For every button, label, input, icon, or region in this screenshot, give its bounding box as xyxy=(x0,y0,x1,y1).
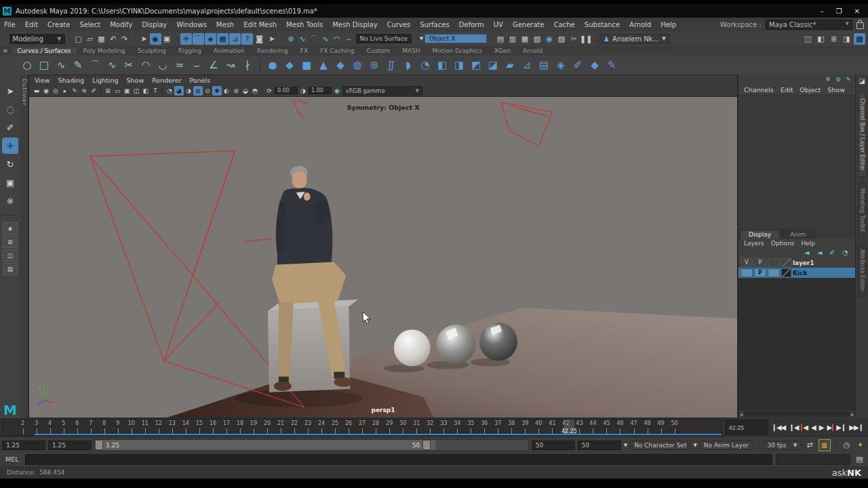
safe-title-icon[interactable]: T xyxy=(151,86,160,96)
render-shaderball-icon[interactable]: ◉ xyxy=(544,33,555,45)
step-forward-frame-button[interactable]: ▶❙ xyxy=(835,424,846,431)
outliner-tab-label[interactable]: Outliner xyxy=(21,79,27,106)
shelf-tab-xgen[interactable]: XGen xyxy=(489,47,516,54)
menu-create[interactable]: Create xyxy=(47,21,70,28)
shelf-tab-fx[interactable]: FX xyxy=(295,47,313,54)
highlight-selection-icon[interactable]: ➤ xyxy=(266,33,277,45)
panel-menu-lighting[interactable]: Lighting xyxy=(92,77,118,84)
last-tool-used[interactable]: ※ xyxy=(2,192,18,209)
anim-layer-dropdown[interactable]: No Anim Layer xyxy=(700,441,753,450)
undo-icon[interactable]: ↶ xyxy=(107,33,119,45)
motion-blur-icon[interactable]: ◐ xyxy=(222,86,231,96)
range-end-handle[interactable] xyxy=(422,440,431,450)
save-scene-icon[interactable]: ▦ xyxy=(96,33,107,45)
hscroll-track[interactable] xyxy=(744,411,850,417)
layer-color-swatch[interactable] xyxy=(781,268,791,277)
nurbs-circle-icon[interactable]: ○ xyxy=(19,57,35,73)
bookmark-icon[interactable]: ▸ xyxy=(60,86,70,96)
timeline-ruler[interactable]: 2345678910111213141516171819202122232425… xyxy=(1,419,722,436)
detach-curves-icon[interactable]: ◡ xyxy=(155,57,171,73)
nurbs-square-icon[interactable]: □ xyxy=(36,57,52,73)
grip-icon[interactable]: ⁞ xyxy=(595,35,597,43)
panel-menu-view[interactable]: View xyxy=(35,77,50,84)
account-chip[interactable]: ♟ Anselem Nk... ▼ xyxy=(599,34,670,44)
pause-viewport-icon[interactable]: ❚❚ xyxy=(580,33,592,45)
move-tool[interactable]: ✛ xyxy=(2,138,18,154)
menu-set-dropdown[interactable]: Modeling ▼ xyxy=(9,34,65,44)
menu-help[interactable]: Help xyxy=(660,21,676,28)
attach-curves-icon[interactable]: ◠ xyxy=(138,57,154,73)
shelf-tab-sculpting[interactable]: Sculpting xyxy=(132,47,172,54)
insert-knot-icon[interactable]: ∤ xyxy=(239,57,256,73)
exposure-icon[interactable]: ⟳ xyxy=(264,86,274,96)
surface-history-icon[interactable]: ◠ xyxy=(332,33,343,45)
chevron-down-icon[interactable]: ▼ xyxy=(693,443,696,448)
chevron-down-icon[interactable]: ▼ xyxy=(624,443,627,448)
menu-edit-mesh[interactable]: Edit Mesh xyxy=(243,21,277,28)
four-pane-layout-button[interactable]: ⊞ xyxy=(3,236,18,248)
nurbs-cube-icon[interactable]: ◆ xyxy=(281,57,298,73)
script-editor-icon[interactable]: ▤ xyxy=(854,453,865,465)
workspace-lock-icon[interactable] xyxy=(856,22,864,29)
greasepencil-icon[interactable]: ✐ xyxy=(89,86,98,96)
channel-menu-object[interactable]: Object xyxy=(800,86,821,94)
shelf-tab-animation[interactable]: Animation xyxy=(208,47,250,54)
playback-start-field[interactable]: 1.25 xyxy=(48,441,92,450)
shelf-tab-rigging[interactable]: Rigging xyxy=(173,47,207,54)
grip-icon[interactable]: ⁞ xyxy=(490,35,492,43)
toggle-character-controls-icon[interactable]: ◧ xyxy=(815,33,827,45)
use-all-lights-icon[interactable]: ◍ xyxy=(193,86,203,96)
make-live-icon[interactable]: ? xyxy=(241,33,253,45)
birail-icon[interactable]: ◧ xyxy=(434,57,450,73)
manipulator-link-icon[interactable]: ※ xyxy=(824,75,832,83)
scroll-right-icon[interactable]: ▸ xyxy=(851,411,854,418)
playback-end-field[interactable]: 50 xyxy=(532,441,575,450)
textured-icon[interactable]: ◑ xyxy=(184,86,193,96)
snap-curve-icon[interactable]: ⌒ xyxy=(193,33,204,45)
scale-tool[interactable]: ▣ xyxy=(2,174,18,190)
stitch-icon[interactable]: ◆ xyxy=(587,57,603,73)
nurbs-torus-icon[interactable]: ◍ xyxy=(349,57,366,73)
menu-mesh[interactable]: Mesh xyxy=(216,21,234,28)
menu-display[interactable]: Display xyxy=(142,21,167,28)
minimize-button[interactable]: – xyxy=(821,7,824,15)
menu-generate[interactable]: Generate xyxy=(513,21,545,28)
layer-list-empty-area[interactable] xyxy=(738,278,855,409)
maximize-button[interactable]: ❐ xyxy=(836,7,842,15)
isolate-select-icon[interactable]: ◓ xyxy=(250,86,260,96)
field-chart-icon[interactable]: ◧ xyxy=(141,86,151,96)
planar-icon[interactable]: ◗ xyxy=(400,57,416,73)
menu-file[interactable]: File xyxy=(4,21,16,28)
two-pane-layout-button[interactable]: ◫ xyxy=(3,249,18,262)
grid-toggle-icon[interactable]: ⊞ xyxy=(103,86,113,96)
revolve-icon[interactable]: ⊛ xyxy=(366,57,382,73)
menu-cache[interactable]: Cache xyxy=(554,21,575,28)
layer-menu-help[interactable]: Help xyxy=(802,240,816,247)
move-layer-up-icon[interactable]: ◄ xyxy=(802,248,811,256)
step-back-frame-button[interactable]: ❙◀ xyxy=(788,424,799,431)
grip-icon[interactable]: ⁞ xyxy=(281,35,282,43)
grip-icon[interactable]: ⁞ xyxy=(134,35,135,43)
panel-menu-show[interactable]: Show xyxy=(127,77,144,84)
paint-select-tool[interactable]: ✐ xyxy=(2,119,18,136)
untrim-icon[interactable]: ▤ xyxy=(536,57,552,73)
right-tab-channel-box-layer-editor[interactable]: Channel Box / Layer Editor xyxy=(858,92,867,177)
ep-curve-icon[interactable]: ∿ xyxy=(53,57,69,73)
current-time-field[interactable] xyxy=(725,420,768,435)
chevron-down-icon[interactable]: ▼ xyxy=(420,36,423,41)
outliner-collapsed-strip[interactable]: Outliner xyxy=(20,75,28,418)
menu-substance[interactable]: Substance xyxy=(585,21,620,28)
layer-list-hscrollbar[interactable]: ◂ ▸ xyxy=(738,409,855,418)
open-render-view-icon[interactable]: ▤ xyxy=(495,33,507,45)
lock-selection-icon[interactable]: ◙ xyxy=(254,33,265,45)
channel-box-content[interactable] xyxy=(738,95,855,227)
menu-deform[interactable]: Deform xyxy=(459,21,484,28)
loft-icon[interactable]: ∬ xyxy=(383,57,399,73)
grip-icon[interactable]: ⁞ xyxy=(176,35,178,43)
menu-mesh-display[interactable]: Mesh Display xyxy=(332,21,377,28)
outliner-persp-layout-button[interactable]: ▤ xyxy=(3,263,18,275)
trim-icon[interactable]: ⊿ xyxy=(519,57,535,73)
step-back-key-button[interactable]: ◀ xyxy=(801,424,808,431)
snap-view-plane-icon[interactable]: ⊿ xyxy=(229,33,241,45)
select-object-icon[interactable]: ◉ xyxy=(150,33,161,45)
